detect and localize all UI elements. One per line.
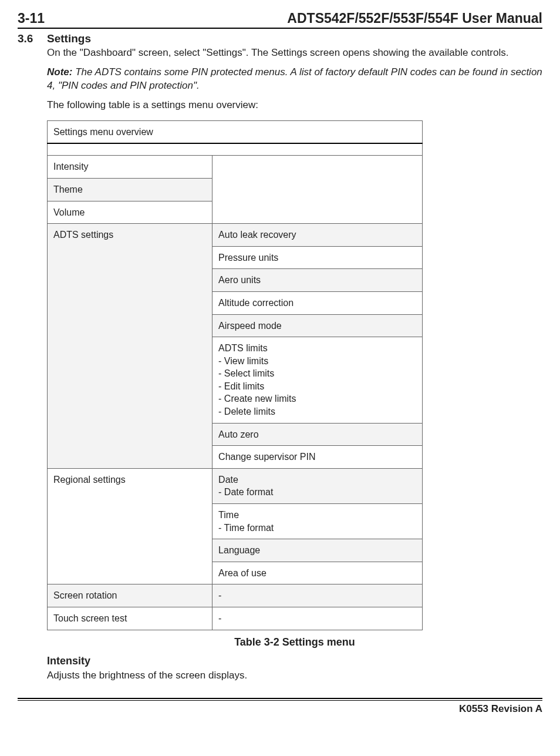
cell-pressure-units: Pressure units — [212, 246, 423, 269]
limits-line: - Edit limits — [218, 380, 416, 393]
cell-time: Time - Time format — [212, 504, 423, 539]
date-line: Date — [218, 473, 416, 486]
note-label: Note: — [47, 66, 72, 78]
limits-line: - View limits — [218, 355, 416, 368]
cell-screen-rotation-val: - — [212, 584, 423, 607]
limits-line: ADTS limits — [218, 342, 416, 355]
cell-area-of-use: Area of use — [212, 562, 423, 584]
section-heading: 3.6 Settings — [18, 32, 542, 45]
cell-change-pin: Change supervisor PIN — [212, 446, 423, 469]
cell-auto-zero: Auto zero — [212, 423, 423, 446]
intro-paragraph: On the "Dashboard" screen, select "Setti… — [47, 46, 542, 60]
limits-line: - Delete limits — [218, 405, 416, 418]
revision-text: K0553 Revision A — [18, 703, 542, 715]
cell-adts-limits: ADTS limits - View limits - Select limit… — [212, 337, 423, 424]
settings-table: Settings menu overview Intensity Theme V… — [47, 120, 423, 630]
note-text: The ADTS contains some PIN protected men… — [47, 66, 542, 91]
limits-line: - Select limits — [218, 367, 416, 380]
page-header: 3-11 ADTS542F/552F/553F/554F User Manual — [18, 11, 542, 28]
note-paragraph: Note: The ADTS contains some PIN protect… — [47, 66, 542, 93]
time-line: Time — [218, 509, 416, 522]
manual-title: ADTS542F/552F/553F/554F User Manual — [287, 11, 542, 26]
intensity-text: Adjusts the brightness of the screen dis… — [47, 669, 542, 683]
section-number: 3.6 — [18, 32, 47, 45]
cell-touch-test-val: - — [212, 607, 423, 630]
date-line: - Date format — [218, 486, 416, 499]
cell-volume: Volume — [48, 201, 212, 224]
time-line: - Time format — [218, 522, 416, 535]
page-number: 3-11 — [18, 11, 45, 26]
cell-date: Date - Date format — [212, 468, 423, 503]
cell-theme: Theme — [48, 178, 212, 201]
limits-line: - Create new limits — [218, 392, 416, 405]
table-header: Settings menu overview — [48, 120, 423, 143]
cell-altitude-correction: Altitude correction — [212, 291, 423, 314]
cell-adts-settings: ADTS settings — [48, 224, 212, 469]
cell-regional-settings: Regional settings — [48, 468, 212, 584]
cell-blank-group — [212, 156, 423, 224]
cell-aero-units: Aero units — [212, 269, 423, 292]
table-caption: Table 3-2 Settings menu — [47, 635, 542, 649]
cell-touch-test: Touch screen test — [48, 607, 212, 630]
page-footer: K0553 Revision A — [0, 694, 560, 724]
cell-intensity: Intensity — [48, 156, 212, 179]
intensity-heading: Intensity — [47, 654, 542, 668]
cell-auto-leak: Auto leak recovery — [212, 224, 423, 247]
cell-screen-rotation: Screen rotation — [48, 584, 212, 607]
section-title: Settings — [47, 32, 91, 45]
cell-language: Language — [212, 539, 423, 562]
lead-in-paragraph: The following table is a settings menu o… — [47, 99, 542, 112]
cell-airspeed-mode: Airspeed mode — [212, 314, 423, 337]
